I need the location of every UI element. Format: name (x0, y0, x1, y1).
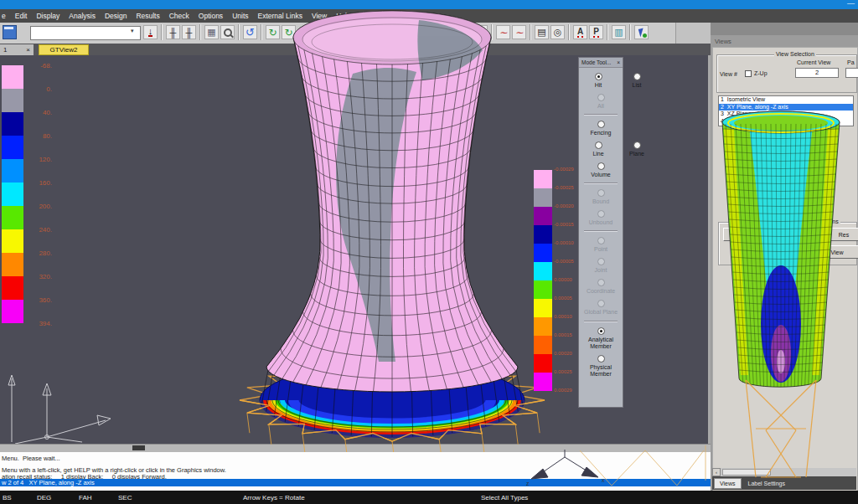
detach-gtview-button[interactable]: Detach GTView (787, 245, 858, 259)
h-scrollbar-thumb[interactable] (132, 445, 145, 450)
mode-option-bound[interactable]: Bound (579, 189, 623, 205)
mode-option-plane[interactable]: Plane (618, 141, 656, 157)
support-icon[interactable]: ⊥ (473, 25, 488, 39)
scale-value: 360. (23, 296, 52, 304)
scale-color-block (2, 183, 23, 206)
result-curve-icon-glyph: ∼ (499, 27, 507, 39)
tab-gtview1-partial[interactable]: 1 × (0, 44, 34, 55)
views-panel-scrollbar[interactable]: ‹ (712, 468, 856, 476)
mode-option-hit[interactable]: Hit (579, 73, 618, 89)
mode-option-fencing[interactable]: Fencing (579, 121, 623, 136)
import-icon[interactable]: ↓ (143, 25, 158, 39)
select-cursor-icon[interactable] (634, 25, 649, 39)
tab-views[interactable]: Views (714, 478, 742, 489)
view-list-item[interactable]: 3 XZ Plane, along -Y axis (719, 111, 853, 118)
scrollbar-left-arrow-icon[interactable]: ‹ (712, 468, 721, 476)
release-end-icon[interactable]: ╫ (182, 25, 196, 39)
menu-item-display[interactable]: Display (36, 12, 59, 20)
radio-icon[interactable] (597, 162, 605, 170)
members-icon-glyph: ▱ (461, 27, 468, 38)
mode-option-global-plane[interactable]: Global Plane (579, 300, 623, 316)
menu-item-help[interactable]: Help (336, 12, 350, 20)
radio-icon[interactable] (597, 258, 605, 265)
menu-item-view[interactable]: View (312, 12, 327, 20)
radio-icon[interactable] (597, 279, 605, 286)
radio-icon[interactable] (597, 210, 605, 218)
image-icon[interactable]: ▦ (204, 25, 219, 39)
undo-icon[interactable]: ↺ (243, 25, 257, 39)
zoom-icon[interactable] (220, 25, 235, 39)
menu-item-design[interactable]: Design (105, 12, 127, 20)
label-joints-icon-glyph: A (577, 27, 583, 38)
mode-option-all[interactable]: All (579, 94, 623, 110)
redisplay-all-icon[interactable]: ↻ (282, 25, 296, 39)
radio-icon[interactable] (595, 141, 602, 149)
mode-option-joint[interactable]: Joint (579, 258, 623, 274)
label-members-icon-glyph: P (593, 27, 599, 38)
scale-color-block (2, 276, 23, 300)
mode-tool-row: Global Plane (579, 300, 623, 316)
command-combobox[interactable] (30, 26, 141, 40)
mode-option-point[interactable]: Point (579, 237, 623, 253)
mode-tool-separator (584, 183, 618, 184)
view-list-item[interactable]: 4 YZ Plane, along -X axis (719, 118, 853, 126)
definitions-left-button[interactable] (723, 228, 825, 241)
report-icon[interactable]: ▤ (535, 25, 549, 39)
view-list[interactable]: 1 Isometric View2 XY Plane, along -Z axi… (718, 95, 854, 126)
radio-icon[interactable] (633, 141, 641, 149)
members-icon[interactable]: ▱ (457, 25, 472, 39)
mode-tool-separator (584, 230, 618, 232)
current-view-field[interactable]: 2 (795, 68, 839, 78)
radio-icon[interactable] (597, 355, 605, 363)
toolbar-group-right: ▱⊥∼∼▤◎AP▥ (457, 24, 649, 40)
mode-option-list[interactable]: List (618, 73, 656, 89)
panes-field[interactable] (845, 68, 858, 78)
menu-item-analysis[interactable]: Analysis (69, 12, 96, 20)
radio-icon[interactable] (597, 94, 605, 101)
combobox-dropdown-icon[interactable]: ▾ (131, 28, 134, 34)
release-start-icon[interactable]: ╫ (166, 25, 180, 39)
menu-item-options[interactable]: Options (199, 12, 223, 20)
radio-icon[interactable] (597, 327, 605, 335)
radio-icon[interactable] (597, 300, 605, 307)
menu-item-check[interactable]: Check (169, 12, 189, 20)
view-list-item[interactable]: 2 XY Plane, along -Z axis (719, 104, 853, 111)
redisplay-icon[interactable]: ↻ (266, 25, 280, 39)
tab-gtview2[interactable]: GTView2 (39, 44, 89, 55)
label-members-icon[interactable]: P (589, 25, 603, 39)
menu-item-edit[interactable]: Edit (15, 12, 28, 20)
radio-icon[interactable] (595, 73, 602, 80)
minimize-button[interactable]: — (847, 0, 855, 8)
influence-curve-icon[interactable]: ∼ (512, 25, 526, 39)
unit-deg: DEG (37, 494, 51, 501)
label-joints-icon[interactable]: A (573, 25, 587, 39)
tab-label-settings[interactable]: Label Settings (742, 479, 792, 488)
menu-item-e[interactable]: e (2, 12, 6, 20)
legend-color-block (534, 336, 552, 354)
mode-tool-close-icon[interactable]: × (617, 59, 620, 65)
radio-icon[interactable] (633, 73, 641, 80)
radio-icon[interactable] (597, 237, 605, 244)
results-button[interactable]: Res (829, 228, 858, 241)
query-model-icon[interactable]: ◎ (550, 25, 565, 39)
menu-item-external-links[interactable]: External Links (258, 12, 302, 20)
view-list-item[interactable]: 1 Isometric View (719, 96, 853, 104)
menu-item-results[interactable]: Results (136, 12, 159, 20)
scale-color-block (2, 253, 23, 276)
tab-close-icon[interactable]: × (26, 46, 30, 54)
mode-option-analytical-member[interactable]: Analytical Member (579, 327, 623, 350)
menu-item-units[interactable]: Units (232, 12, 248, 20)
zup-checkbox[interactable] (745, 70, 752, 77)
mode-option-line[interactable]: Line (579, 141, 618, 157)
display-options-icon[interactable]: ▥ (612, 25, 626, 39)
mode-option-physical-member[interactable]: Physical Member (579, 355, 623, 378)
legend-value: 0.00010 (554, 314, 581, 319)
radio-icon[interactable] (597, 121, 605, 128)
scrollbar-thumb[interactable] (722, 469, 771, 476)
result-curve-icon[interactable]: ∼ (496, 25, 510, 39)
mode-option-coordinate[interactable]: Coordinate (579, 279, 623, 295)
mode-option-unbound[interactable]: Unbound (579, 210, 623, 226)
import-icon-glyph: ↓ (148, 28, 153, 37)
mode-option-volume[interactable]: Volume (579, 162, 623, 178)
radio-icon[interactable] (597, 189, 605, 197)
